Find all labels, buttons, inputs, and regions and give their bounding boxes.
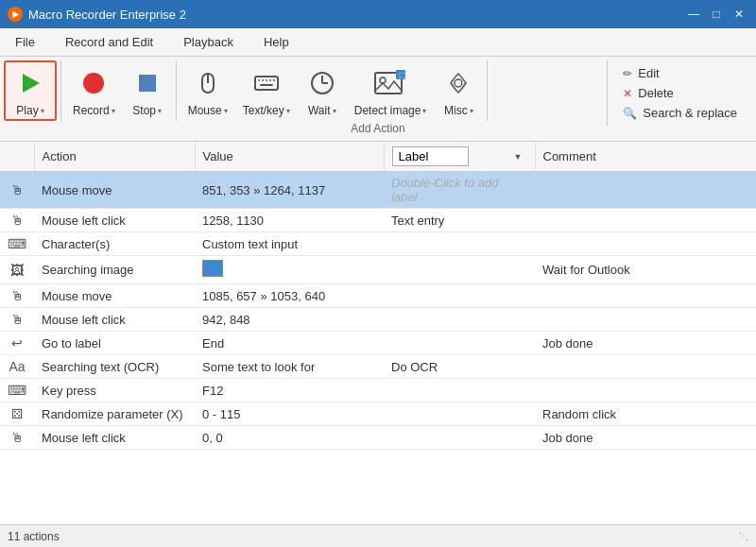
table-row[interactable]: 🖱Mouse move851, 353 » 1264, 1137Double-C… (0, 172, 756, 209)
value-column-header: Value (195, 142, 384, 172)
wait-icon (305, 66, 339, 100)
row-icon: 🖱 (0, 209, 34, 232)
stop-icon (130, 66, 164, 100)
row-action: Mouse left click (34, 209, 195, 232)
action-table-container: Action Value Label All labels No label C… (0, 142, 756, 524)
row-value: 0, 0 (195, 426, 384, 450)
row-comment (535, 284, 756, 308)
row-icon: ⚄ (0, 402, 34, 426)
titlebar-controls[interactable]: — □ ✕ (684, 5, 748, 24)
table-row[interactable]: ↩Go to labelEndJob done (0, 332, 756, 355)
textkey-button[interactable]: Text/key▾ (235, 60, 298, 121)
delete-button[interactable]: ✕ Delete (615, 84, 745, 102)
table-row[interactable]: 🖼Searching imageWait for Outlook (0, 256, 756, 284)
image-thumbnail (202, 260, 223, 277)
row-label (384, 402, 535, 426)
row-comment (535, 172, 756, 209)
row-action: Mouse left click (34, 426, 195, 450)
delete-label: Delete (638, 86, 674, 100)
row-comment (535, 379, 756, 402)
row-action: Character(s) (34, 232, 195, 256)
table-row[interactable]: 🖱Mouse left click0, 0Job done (0, 426, 756, 450)
maximize-button[interactable]: □ (707, 5, 726, 24)
row-icon: ↩ (0, 332, 34, 355)
svg-point-1 (83, 73, 104, 94)
table-row[interactable]: 🖱Mouse move1085, 657 » 1053, 640 (0, 284, 756, 308)
row-icon: 🖱 (0, 308, 34, 332)
action-table: Action Value Label All labels No label C… (0, 142, 756, 450)
table-row[interactable]: ⌨Character(s)Custom text input (0, 232, 756, 256)
statusbar: 11 actions ⋱ (0, 524, 756, 547)
row-icon: 🖱 (0, 426, 34, 450)
wait-button[interactable]: Wait▾ (298, 60, 347, 121)
row-value: End (195, 332, 384, 355)
table-row[interactable]: ⌨Key pressF12 (0, 379, 756, 402)
icon-column-header (0, 142, 34, 172)
menu-record-edit[interactable]: Record and Edit (50, 28, 168, 56)
play-button[interactable]: Play▾ (4, 60, 57, 121)
row-label (384, 256, 535, 284)
row-label (384, 426, 535, 450)
svg-rect-2 (139, 75, 156, 92)
comment-column-header: Comment (535, 142, 756, 172)
detect-image-button[interactable]: ⬚ Detect image▾ (347, 60, 435, 121)
play-label: Play▾ (16, 104, 43, 117)
pencil-icon: ✏ (623, 67, 632, 80)
row-comment (535, 209, 756, 232)
svg-text:⬚: ⬚ (399, 71, 406, 79)
row-comment: Job done (535, 426, 756, 450)
table-body: 🖱Mouse move851, 353 » 1264, 1137Double-C… (0, 172, 756, 450)
search-replace-label: Search & replace (643, 106, 737, 120)
stop-button[interactable]: Stop▾ (123, 60, 172, 121)
row-action: Key press (34, 379, 195, 402)
misc-button[interactable]: Misc▾ (434, 60, 483, 121)
row-icon: 🖱 (0, 172, 34, 209)
stop-label: Stop▾ (132, 104, 162, 117)
action-count: 11 actions (8, 530, 60, 543)
mouse-button[interactable]: Mouse▾ (180, 60, 235, 121)
detect-image-icon: ⬚ (373, 66, 407, 100)
row-action: Mouse move (34, 172, 195, 209)
label-column-header: Label All labels No label (384, 142, 535, 172)
row-value: 1085, 657 » 1053, 640 (195, 284, 384, 308)
textkey-label: Text/key▾ (243, 104, 290, 117)
row-label (384, 308, 535, 332)
table-row[interactable]: AaSearching text (OCR)Some text to look … (0, 355, 756, 379)
label-filter-select[interactable]: Label All labels No label (392, 146, 469, 166)
row-value: Custom text input (195, 232, 384, 256)
detect-image-label: Detect image▾ (354, 104, 427, 117)
svg-marker-0 (23, 74, 40, 93)
titlebar-left: ▶ Macro Recorder Enterprise 2 (8, 7, 186, 22)
wait-label: Wait▾ (308, 104, 336, 117)
edit-button[interactable]: ✏ Edit (615, 64, 745, 82)
search-icon: 🔍 (623, 107, 637, 120)
toolbar-right-actions: ✏ Edit ✕ Delete 🔍 Search & replace (607, 60, 752, 126)
minimize-button[interactable]: — (684, 5, 703, 24)
row-value: Some text to look for (195, 355, 384, 379)
row-label (384, 284, 535, 308)
row-icon: ⌨ (0, 379, 34, 402)
row-comment: Wait for Outlook (535, 256, 756, 284)
row-action: Searching text (OCR) (34, 355, 195, 379)
menu-file[interactable]: File (0, 28, 50, 56)
menu-help[interactable]: Help (249, 28, 304, 56)
menubar: File Record and Edit Playback Help (0, 28, 756, 57)
row-action: Go to label (34, 332, 195, 355)
action-column-header: Action (34, 142, 195, 172)
toolbar: Play▾ Record▾ Stop▾ (0, 57, 756, 142)
search-replace-button[interactable]: 🔍 Search & replace (615, 104, 745, 122)
close-button[interactable]: ✕ (730, 5, 748, 24)
row-value: F12 (195, 379, 384, 402)
table-row[interactable]: ⚄Randomize parameter (X)0 - 115Random cl… (0, 402, 756, 426)
row-action: Mouse left click (34, 308, 195, 332)
svg-point-19 (455, 79, 462, 87)
row-comment: Random click (535, 402, 756, 426)
row-action: Randomize parameter (X) (34, 402, 195, 426)
menu-playback[interactable]: Playback (168, 28, 249, 56)
table-row[interactable]: 🖱Mouse left click1258, 1130Text entry (0, 209, 756, 232)
label-filter-wrapper[interactable]: Label All labels No label (392, 146, 527, 166)
record-button[interactable]: Record▾ (65, 60, 123, 121)
table-row[interactable]: 🖱Mouse left click942, 848 (0, 308, 756, 332)
row-value (195, 256, 384, 284)
row-label (384, 232, 535, 256)
